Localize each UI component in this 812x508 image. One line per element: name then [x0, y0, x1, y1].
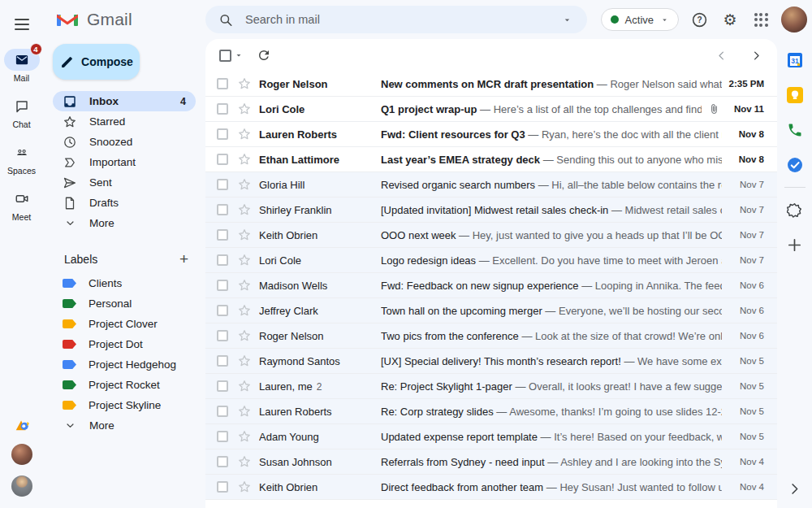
email-row[interactable]: Jeffrey ClarkTown hall on the upcoming m… [205, 298, 777, 323]
rail-item-spaces[interactable]: Spaces [2, 141, 41, 176]
select-all-checkbox[interactable] [219, 50, 231, 62]
contact-avatar[interactable] [11, 444, 32, 465]
row-checkbox[interactable] [217, 481, 228, 493]
row-checkbox[interactable] [217, 380, 228, 392]
row-checkbox[interactable] [217, 254, 228, 266]
star-toggle-icon[interactable] [237, 102, 252, 116]
label-name: Clients [89, 277, 186, 289]
label-item-clients[interactable]: Clients [53, 273, 196, 293]
plus-icon[interactable] [787, 237, 803, 253]
email-row[interactable]: Shirley Franklin[Updated invitation] Mid… [205, 198, 777, 223]
label-item-project-rocket[interactable]: Project Rocket [53, 375, 196, 395]
search-options-caret-icon[interactable] [559, 12, 574, 27]
row-checkbox[interactable] [217, 179, 228, 190]
rail-item-mail[interactable]: 4Mail [2, 49, 41, 83]
email-row[interactable]: Keith ObrienDirect feedback from another… [205, 475, 777, 500]
label-item-personal[interactable]: Personal [53, 293, 196, 314]
star-toggle-icon[interactable] [237, 228, 252, 242]
older-page-icon[interactable] [750, 50, 762, 62]
rail-item-chat[interactable]: Chat [2, 95, 41, 129]
row-checkbox[interactable] [217, 406, 228, 417]
email-row[interactable]: Roger NelsonTwo pics from the conference… [205, 323, 777, 349]
gmail-logo[interactable]: Gmail [43, 0, 203, 39]
refresh-icon[interactable] [257, 48, 271, 63]
email-row[interactable]: Adam YoungUpdated expense report templat… [205, 424, 777, 449]
star-toggle-icon[interactable] [237, 127, 252, 141]
rail-item-meet[interactable]: Meet [2, 188, 41, 222]
star-toggle-icon[interactable] [237, 278, 252, 293]
email-row[interactable]: Lauren RobertsRe: Corp strategy slides —… [205, 399, 777, 424]
row-checkbox[interactable] [217, 128, 228, 140]
email-row[interactable]: Madison WellsFwd: Feedback on new signup… [205, 273, 777, 298]
sidebar-item-drafts[interactable]: Drafts [53, 193, 196, 213]
star-toggle-icon[interactable] [237, 480, 252, 494]
search-input[interactable] [244, 12, 549, 27]
label-item-more[interactable]: More [53, 415, 196, 436]
email-date: Nov 6 [722, 280, 764, 290]
star-toggle-icon[interactable] [237, 303, 252, 318]
get-addons-icon[interactable] [787, 202, 803, 218]
email-row[interactable]: Keith ObrienOOO next week — Hey, just wa… [205, 223, 777, 248]
star-toggle-icon[interactable] [237, 152, 252, 167]
row-checkbox[interactable] [217, 330, 228, 341]
star-toggle-icon[interactable] [237, 379, 252, 393]
label-item-project-skyline[interactable]: Project Skyline [53, 395, 196, 415]
row-checkbox[interactable] [217, 305, 228, 316]
sidebar-item-inbox[interactable]: Inbox4 [53, 91, 196, 111]
voice-icon[interactable] [787, 122, 803, 138]
email-row[interactable]: Ethan LattimoreLast year’s EMEA strategy… [205, 147, 777, 172]
star-toggle-icon[interactable] [237, 202, 252, 217]
star-toggle-icon[interactable] [237, 454, 252, 469]
show-side-panel-icon[interactable] [784, 477, 806, 500]
select-caret-icon[interactable] [234, 50, 244, 60]
row-checkbox[interactable] [217, 431, 228, 442]
email-row[interactable]: Raymond Santos[UX] Special delivery! Thi… [205, 349, 777, 374]
keep-icon[interactable] [787, 87, 803, 103]
label-item-project-hedgehog[interactable]: Project Hedgehog [53, 354, 196, 375]
sidebar-item-snoozed[interactable]: Snoozed [53, 132, 196, 152]
search-bar[interactable] [205, 6, 587, 33]
email-row[interactable]: Lauren, me2Re: Project Skylight 1-pager … [205, 374, 777, 399]
label-item-project-clover[interactable]: Project Clover [53, 314, 196, 334]
label-item-project-dot[interactable]: Project Dot [53, 334, 196, 354]
contact-avatar[interactable] [11, 475, 32, 497]
email-row[interactable]: Susan JohnsonReferrals from Sydney - nee… [205, 449, 777, 475]
compose-button[interactable]: Compose [53, 44, 140, 80]
email-row[interactable]: Lori ColeQ1 project wrap-up — Here’s a l… [205, 97, 777, 122]
help-icon[interactable]: ? [689, 9, 710, 30]
row-checkbox[interactable] [217, 78, 228, 89]
main-menu-button[interactable] [6, 8, 38, 41]
calendar-icon[interactable]: 31 [787, 52, 803, 68]
row-checkbox[interactable] [217, 229, 228, 241]
sidebar-item-more[interactable]: More [53, 213, 196, 233]
sidebar-item-important[interactable]: Important [53, 152, 196, 172]
star-toggle-icon[interactable] [237, 429, 252, 444]
row-checkbox[interactable] [217, 280, 228, 291]
status-selector[interactable]: Active [601, 8, 679, 31]
email-row[interactable]: Lauren RobertsFwd: Client resources for … [205, 122, 777, 147]
settings-gear-icon[interactable]: ⚙ [719, 9, 741, 30]
newer-page-icon[interactable] [715, 50, 728, 62]
company-logo-icon[interactable] [14, 417, 30, 433]
star-toggle-icon[interactable] [237, 354, 252, 368]
account-avatar[interactable] [781, 7, 807, 33]
sidebar-item-sent[interactable]: Sent [53, 172, 196, 193]
row-checkbox[interactable] [217, 355, 228, 367]
row-checkbox[interactable] [217, 204, 228, 215]
row-checkbox[interactable] [217, 103, 228, 115]
email-row[interactable]: Gloria HillRevised organic search number… [205, 172, 777, 198]
side-panel-icons: 31 [784, 52, 806, 253]
star-toggle-icon[interactable] [237, 76, 252, 91]
row-checkbox[interactable] [217, 154, 228, 165]
create-label-button[interactable]: + [179, 251, 188, 267]
tasks-icon[interactable] [787, 157, 803, 173]
star-toggle-icon[interactable] [237, 404, 252, 419]
email-row[interactable]: Lori ColeLogo redesign ideas — Excellent… [205, 248, 777, 273]
star-toggle-icon[interactable] [237, 253, 252, 267]
email-row[interactable]: Roger NelsonNew comments on MCR draft pr… [205, 72, 777, 97]
google-apps-icon[interactable] [750, 9, 771, 30]
sidebar-item-starred[interactable]: Starred [53, 111, 196, 132]
row-checkbox[interactable] [217, 456, 228, 467]
star-toggle-icon[interactable] [237, 328, 252, 343]
star-toggle-icon[interactable] [237, 177, 252, 192]
